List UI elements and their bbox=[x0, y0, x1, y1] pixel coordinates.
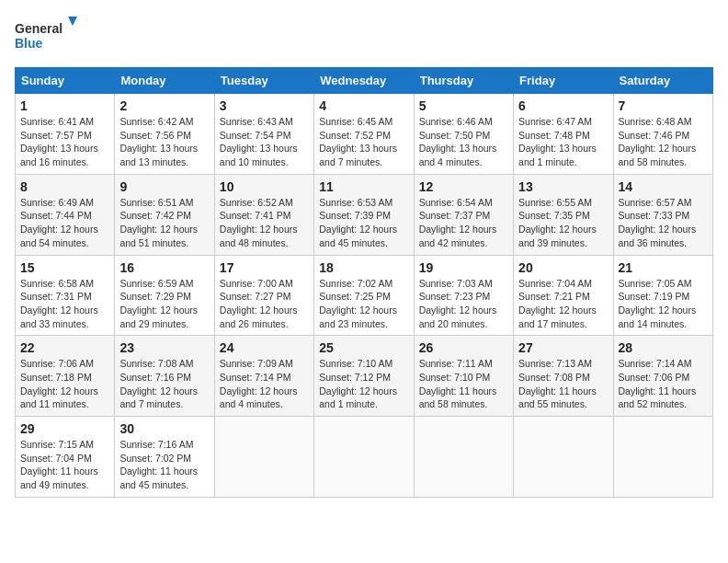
day-info: Sunrise: 6:54 AM Sunset: 7:37 PM Dayligh… bbox=[419, 197, 497, 248]
day-info: Sunrise: 7:15 AM Sunset: 7:04 PM Dayligh… bbox=[20, 439, 98, 490]
calendar-cell: 27 Sunrise: 7:13 AM Sunset: 7:08 PM Dayl… bbox=[514, 336, 613, 417]
calendar-cell: 10 Sunrise: 6:52 AM Sunset: 7:41 PM Dayl… bbox=[214, 174, 313, 255]
day-info: Sunrise: 6:43 AM Sunset: 7:54 PM Dayligh… bbox=[220, 116, 298, 167]
calendar-week-3: 15 Sunrise: 6:58 AM Sunset: 7:31 PM Dayl… bbox=[16, 255, 713, 336]
day-info: Sunrise: 6:57 AM Sunset: 7:33 PM Dayligh… bbox=[619, 197, 697, 248]
day-number: 8 bbox=[20, 179, 109, 194]
day-number: 26 bbox=[419, 340, 508, 355]
day-number: 9 bbox=[119, 179, 209, 194]
calendar-cell: 5 Sunrise: 6:46 AM Sunset: 7:50 PM Dayli… bbox=[414, 94, 513, 175]
day-info: Sunrise: 6:49 AM Sunset: 7:44 PM Dayligh… bbox=[20, 197, 98, 248]
day-number: 14 bbox=[619, 179, 708, 194]
calendar-week-5: 29 Sunrise: 7:15 AM Sunset: 7:04 PM Dayl… bbox=[16, 417, 713, 498]
calendar-cell: 8 Sunrise: 6:49 AM Sunset: 7:44 PM Dayli… bbox=[16, 174, 115, 255]
logo: General Blue bbox=[15, 15, 79, 56]
day-info: Sunrise: 7:03 AM Sunset: 7:23 PM Dayligh… bbox=[419, 278, 497, 329]
day-info: Sunrise: 7:14 AM Sunset: 7:06 PM Dayligh… bbox=[619, 358, 697, 409]
calendar-cell bbox=[514, 417, 613, 498]
day-info: Sunrise: 6:45 AM Sunset: 7:52 PM Dayligh… bbox=[319, 116, 397, 167]
calendar-cell: 28 Sunrise: 7:14 AM Sunset: 7:06 PM Dayl… bbox=[613, 336, 712, 417]
day-info: Sunrise: 7:02 AM Sunset: 7:25 PM Dayligh… bbox=[319, 278, 397, 329]
day-number: 10 bbox=[220, 179, 309, 194]
day-info: Sunrise: 6:55 AM Sunset: 7:35 PM Dayligh… bbox=[518, 197, 597, 248]
day-info: Sunrise: 7:08 AM Sunset: 7:16 PM Dayligh… bbox=[119, 358, 198, 409]
calendar-cell: 20 Sunrise: 7:04 AM Sunset: 7:21 PM Dayl… bbox=[514, 255, 613, 336]
calendar-week-4: 22 Sunrise: 7:06 AM Sunset: 7:18 PM Dayl… bbox=[16, 336, 713, 417]
col-header-saturday: Saturday bbox=[613, 68, 712, 94]
page-header: General Blue bbox=[15, 15, 713, 56]
calendar-cell bbox=[414, 417, 513, 498]
calendar-body: 1 Sunrise: 6:41 AM Sunset: 7:57 PM Dayli… bbox=[16, 94, 713, 498]
day-number: 18 bbox=[319, 260, 408, 275]
day-number: 20 bbox=[518, 260, 608, 275]
col-header-monday: Monday bbox=[115, 68, 214, 94]
day-number: 2 bbox=[119, 98, 209, 113]
day-info: Sunrise: 6:58 AM Sunset: 7:31 PM Dayligh… bbox=[20, 278, 98, 329]
logo-svg: General Blue bbox=[15, 15, 79, 56]
day-number: 3 bbox=[220, 98, 309, 113]
day-info: Sunrise: 7:10 AM Sunset: 7:12 PM Dayligh… bbox=[319, 358, 397, 409]
calendar-cell: 6 Sunrise: 6:47 AM Sunset: 7:48 PM Dayli… bbox=[514, 94, 613, 175]
day-number: 22 bbox=[20, 340, 109, 355]
day-number: 13 bbox=[518, 179, 608, 194]
day-info: Sunrise: 6:41 AM Sunset: 7:57 PM Dayligh… bbox=[20, 116, 98, 167]
day-info: Sunrise: 7:00 AM Sunset: 7:27 PM Dayligh… bbox=[220, 278, 298, 329]
calendar-cell bbox=[214, 417, 313, 498]
day-info: Sunrise: 6:53 AM Sunset: 7:39 PM Dayligh… bbox=[319, 197, 397, 248]
day-info: Sunrise: 6:59 AM Sunset: 7:29 PM Dayligh… bbox=[119, 278, 198, 329]
calendar-cell: 4 Sunrise: 6:45 AM Sunset: 7:52 PM Dayli… bbox=[314, 94, 414, 175]
calendar-cell: 30 Sunrise: 7:16 AM Sunset: 7:02 PM Dayl… bbox=[115, 417, 214, 498]
day-info: Sunrise: 7:11 AM Sunset: 7:10 PM Dayligh… bbox=[419, 358, 497, 409]
calendar-cell: 7 Sunrise: 6:48 AM Sunset: 7:46 PM Dayli… bbox=[613, 94, 712, 175]
day-number: 5 bbox=[419, 98, 508, 113]
day-info: Sunrise: 6:48 AM Sunset: 7:46 PM Dayligh… bbox=[619, 116, 697, 167]
calendar-week-2: 8 Sunrise: 6:49 AM Sunset: 7:44 PM Dayli… bbox=[16, 174, 713, 255]
day-number: 21 bbox=[619, 260, 708, 275]
day-number: 12 bbox=[419, 179, 508, 194]
calendar-cell bbox=[314, 417, 414, 498]
svg-text:Blue: Blue bbox=[15, 36, 43, 51]
day-info: Sunrise: 7:13 AM Sunset: 7:08 PM Dayligh… bbox=[518, 358, 597, 409]
calendar-cell: 22 Sunrise: 7:06 AM Sunset: 7:18 PM Dayl… bbox=[16, 336, 115, 417]
calendar-cell: 23 Sunrise: 7:08 AM Sunset: 7:16 PM Dayl… bbox=[115, 336, 214, 417]
calendar-cell: 3 Sunrise: 6:43 AM Sunset: 7:54 PM Dayli… bbox=[214, 94, 313, 175]
calendar-cell: 29 Sunrise: 7:15 AM Sunset: 7:04 PM Dayl… bbox=[16, 417, 115, 498]
svg-text:General: General bbox=[15, 21, 63, 36]
day-info: Sunrise: 6:47 AM Sunset: 7:48 PM Dayligh… bbox=[518, 116, 597, 167]
calendar-cell: 16 Sunrise: 6:59 AM Sunset: 7:29 PM Dayl… bbox=[115, 255, 214, 336]
day-number: 29 bbox=[20, 421, 109, 436]
calendar-cell bbox=[613, 417, 712, 498]
day-info: Sunrise: 6:42 AM Sunset: 7:56 PM Dayligh… bbox=[119, 116, 198, 167]
svg-marker-2 bbox=[68, 17, 77, 26]
calendar-cell: 12 Sunrise: 6:54 AM Sunset: 7:37 PM Dayl… bbox=[414, 174, 513, 255]
col-header-sunday: Sunday bbox=[16, 68, 115, 94]
calendar-cell: 9 Sunrise: 6:51 AM Sunset: 7:42 PM Dayli… bbox=[115, 174, 214, 255]
calendar-cell: 25 Sunrise: 7:10 AM Sunset: 7:12 PM Dayl… bbox=[314, 336, 414, 417]
day-info: Sunrise: 6:51 AM Sunset: 7:42 PM Dayligh… bbox=[119, 197, 198, 248]
calendar-header-row: SundayMondayTuesdayWednesdayThursdayFrid… bbox=[16, 68, 713, 94]
day-number: 19 bbox=[419, 260, 508, 275]
day-number: 17 bbox=[220, 260, 309, 275]
calendar-cell: 18 Sunrise: 7:02 AM Sunset: 7:25 PM Dayl… bbox=[314, 255, 414, 336]
day-info: Sunrise: 7:16 AM Sunset: 7:02 PM Dayligh… bbox=[119, 439, 198, 490]
day-number: 6 bbox=[518, 98, 608, 113]
day-info: Sunrise: 7:04 AM Sunset: 7:21 PM Dayligh… bbox=[518, 278, 597, 329]
calendar-cell: 13 Sunrise: 6:55 AM Sunset: 7:35 PM Dayl… bbox=[514, 174, 613, 255]
calendar-cell: 15 Sunrise: 6:58 AM Sunset: 7:31 PM Dayl… bbox=[16, 255, 115, 336]
calendar-cell: 17 Sunrise: 7:00 AM Sunset: 7:27 PM Dayl… bbox=[214, 255, 313, 336]
col-header-thursday: Thursday bbox=[414, 68, 513, 94]
calendar-cell: 2 Sunrise: 6:42 AM Sunset: 7:56 PM Dayli… bbox=[115, 94, 214, 175]
day-number: 1 bbox=[20, 98, 109, 113]
day-info: Sunrise: 7:09 AM Sunset: 7:14 PM Dayligh… bbox=[220, 358, 298, 409]
day-number: 23 bbox=[119, 340, 209, 355]
day-number: 28 bbox=[619, 340, 708, 355]
day-number: 7 bbox=[619, 98, 708, 113]
day-number: 4 bbox=[319, 98, 408, 113]
calendar-cell: 14 Sunrise: 6:57 AM Sunset: 7:33 PM Dayl… bbox=[613, 174, 712, 255]
calendar-cell: 1 Sunrise: 6:41 AM Sunset: 7:57 PM Dayli… bbox=[16, 94, 115, 175]
day-number: 16 bbox=[119, 260, 209, 275]
day-number: 25 bbox=[319, 340, 408, 355]
col-header-tuesday: Tuesday bbox=[214, 68, 313, 94]
col-header-friday: Friday bbox=[514, 68, 613, 94]
calendar-week-1: 1 Sunrise: 6:41 AM Sunset: 7:57 PM Dayli… bbox=[16, 94, 713, 175]
